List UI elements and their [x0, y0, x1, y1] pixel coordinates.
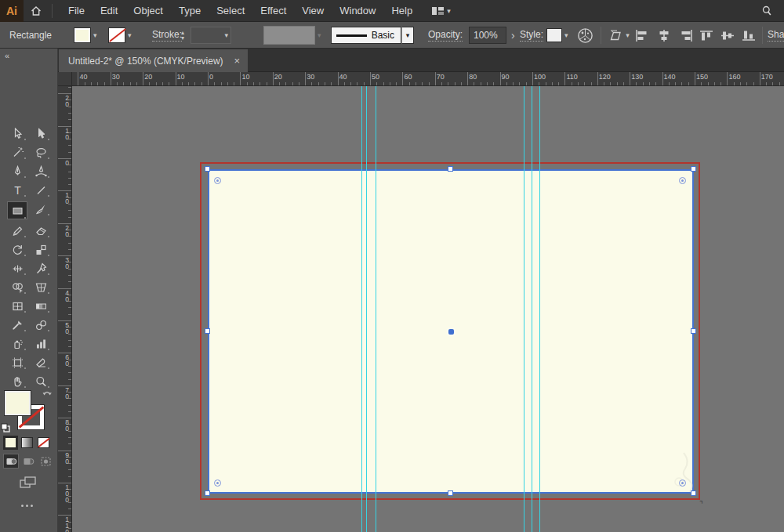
- ruler-origin-corner[interactable]: [58, 72, 72, 86]
- lasso-tool[interactable]: [31, 146, 50, 159]
- h-align-center-button[interactable]: [656, 30, 672, 42]
- h-align-right-button[interactable]: [677, 30, 693, 42]
- shape-panel-link[interactable]: Shape: [768, 29, 784, 42]
- menu-file[interactable]: File: [60, 5, 93, 16]
- expand-arrow-icon[interactable]: [511, 29, 515, 42]
- stroke-weight-dropdown[interactable]: [191, 27, 231, 44]
- rectangle-tool[interactable]: [8, 202, 27, 219]
- zoom-tool[interactable]: [31, 375, 50, 388]
- fill-swatch[interactable]: [74, 27, 91, 43]
- guide-line[interactable]: [532, 86, 532, 532]
- draw-normal-button[interactable]: [4, 454, 18, 468]
- style-swatch-dropdown[interactable]: [546, 22, 568, 49]
- document-tab[interactable]: Untitled-2* @ 150% (CMYK/Preview) ×: [59, 49, 248, 72]
- stroke-weight-stepper[interactable]: [181, 22, 184, 49]
- menu-select[interactable]: Select: [209, 5, 252, 16]
- live-corner-widget[interactable]: [679, 480, 686, 487]
- canvas[interactable]: ⌝: [72, 86, 784, 532]
- mesh-tool[interactable]: [8, 299, 27, 313]
- guide-line[interactable]: [539, 86, 540, 532]
- artboard-tool[interactable]: [8, 356, 27, 369]
- slice-tool[interactable]: [31, 356, 50, 369]
- screen-mode-button[interactable]: [19, 476, 38, 493]
- close-tab-icon[interactable]: ×: [234, 55, 241, 67]
- guide-line[interactable]: [376, 86, 376, 532]
- v-align-bottom-button[interactable]: [741, 30, 757, 42]
- gradient-button[interactable]: [21, 437, 33, 448]
- line-segment-tool[interactable]: [31, 183, 50, 197]
- dropdown-button[interactable]: [401, 27, 414, 44]
- color-button[interactable]: [5, 437, 16, 448]
- menu-window[interactable]: Window: [332, 5, 383, 16]
- fill-color-picker[interactable]: [74, 22, 97, 49]
- default-fill-stroke-icon[interactable]: [1, 422, 10, 436]
- live-corner-widget[interactable]: [214, 177, 221, 184]
- guide-line[interactable]: [366, 86, 367, 532]
- hand-tool[interactable]: [8, 375, 27, 388]
- swap-fill-stroke-icon[interactable]: [41, 389, 53, 404]
- collapse-dock-button[interactable]: «: [5, 51, 9, 60]
- step-down-icon[interactable]: [181, 35, 184, 41]
- transform-dropdown[interactable]: [607, 22, 632, 49]
- direct-selection-tool[interactable]: [31, 127, 50, 140]
- paintbrush-tool[interactable]: [31, 202, 50, 215]
- selection-handle[interactable]: [691, 490, 696, 496]
- menu-object[interactable]: Object: [125, 5, 171, 16]
- magic-wand-tool[interactable]: [8, 146, 27, 159]
- workspace-switcher[interactable]: [431, 5, 451, 16]
- search-button[interactable]: [760, 5, 773, 17]
- live-corner-widget[interactable]: [679, 177, 686, 184]
- selection-tool[interactable]: [8, 127, 27, 140]
- selection-handle[interactable]: [448, 166, 453, 172]
- type-tool[interactable]: T: [8, 183, 27, 197]
- selection-handle[interactable]: [448, 490, 453, 496]
- menu-type[interactable]: Type: [171, 5, 209, 16]
- opacity-link[interactable]: Opacity:: [428, 29, 463, 42]
- symbol-sprayer-tool[interactable]: [8, 337, 27, 350]
- pen-tool[interactable]: [8, 165, 27, 178]
- column-graph-tool[interactable]: [31, 337, 50, 350]
- selection-handle[interactable]: [691, 328, 696, 334]
- blend-tool[interactable]: [31, 318, 50, 331]
- curvature-tool[interactable]: [31, 165, 50, 178]
- recolor-artwork-button[interactable]: [575, 22, 595, 49]
- h-align-left-button[interactable]: [635, 30, 651, 42]
- style-swatch[interactable]: [546, 28, 562, 42]
- horizontal-ruler[interactable]: 4030201001020304050607080901001101201301…: [72, 72, 784, 86]
- shaper-tool[interactable]: [8, 224, 27, 237]
- perspective-grid-tool[interactable]: [31, 280, 50, 294]
- home-icon[interactable]: [30, 5, 42, 17]
- menu-help[interactable]: Help: [383, 5, 420, 16]
- draw-inside-button[interactable]: [38, 454, 53, 468]
- none-button[interactable]: [38, 437, 49, 448]
- scale-tool[interactable]: [31, 243, 50, 256]
- menu-edit[interactable]: Edit: [93, 5, 125, 16]
- shape-builder-tool[interactable]: [8, 280, 27, 294]
- app-logo-icon[interactable]: Ai: [0, 0, 24, 22]
- center-point[interactable]: [448, 329, 454, 335]
- selection-handle[interactable]: [205, 328, 210, 334]
- selection-handle[interactable]: [205, 490, 210, 496]
- more-options-icon[interactable]: [21, 505, 33, 507]
- v-align-top-button[interactable]: [699, 30, 714, 42]
- menu-view[interactable]: View: [294, 5, 332, 16]
- style-link[interactable]: Style:: [520, 29, 543, 42]
- free-transform-tool[interactable]: [31, 262, 50, 275]
- guide-line[interactable]: [361, 86, 362, 532]
- eraser-tool[interactable]: [31, 224, 50, 237]
- guide-line[interactable]: [524, 86, 524, 532]
- chevron-down-icon[interactable]: [564, 31, 568, 39]
- chevron-down-icon[interactable]: [93, 31, 97, 39]
- stroke-swatch-none[interactable]: [108, 27, 125, 43]
- menu-effect[interactable]: Effect: [252, 5, 294, 16]
- graphic-style-dropdown[interactable]: Basic: [331, 27, 414, 44]
- chevron-down-icon[interactable]: [128, 31, 132, 39]
- draw-behind-button[interactable]: [21, 454, 35, 468]
- width-tool[interactable]: [8, 262, 27, 275]
- selection-handle[interactable]: [205, 166, 210, 172]
- stroke-color-picker[interactable]: [108, 22, 132, 49]
- live-corner-widget[interactable]: [214, 480, 221, 487]
- rotate-tool[interactable]: [8, 243, 27, 256]
- v-align-center-button[interactable]: [720, 30, 735, 42]
- gradient-tool[interactable]: [31, 299, 50, 313]
